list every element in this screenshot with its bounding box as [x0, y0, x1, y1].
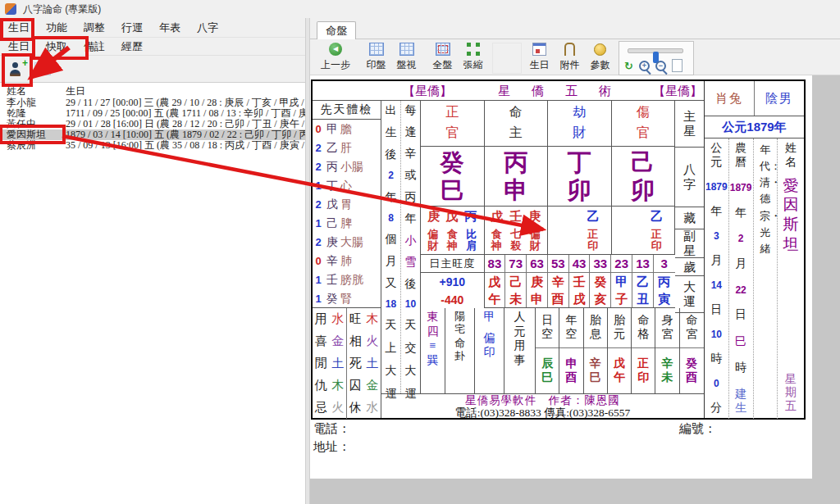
subtab-bar: 生日快取備註經歷 [0, 38, 310, 56]
body-check-organ: 胃 [340, 195, 381, 214]
menu-item[interactable]: 年表 [151, 20, 189, 35]
palace-header: 命格 [632, 308, 655, 348]
menu-item[interactable]: 調整 [75, 20, 113, 35]
luck-ganzhi: 乙 丑 [632, 273, 653, 310]
add-person-icon[interactable]: + [8, 62, 23, 76]
person-row[interactable]: 蔡辰洲 35 / 09 / 13 [16:00] 五 (農 35 / 08 / … [0, 140, 305, 151]
software-contact: 電話:(03)328-8833 傳真:(03)328-6557 [381, 406, 704, 419]
parameters-button[interactable]: 參數 [585, 41, 615, 74]
palace-header: 胎息 [584, 308, 607, 348]
title-bar: 八字論命 (專業版) [0, 0, 840, 18]
date-segment: 時 [734, 361, 746, 375]
menu-item[interactable]: 八字 [189, 20, 226, 35]
date-segment: 日 [710, 303, 723, 317]
zodiac-gender-row: 肖兔 陰男 [705, 81, 804, 116]
print-chart-icon [369, 43, 384, 56]
body-check-count: 2 [313, 157, 324, 176]
person-row[interactable]: 乾隆 1711 / 09 / 25 [00:00] 五 (農 1711 / 08… [0, 108, 305, 119]
date-segment: 2 [738, 233, 744, 244]
left-toolbar: + [0, 56, 310, 82]
pillar-stem: 己 [612, 148, 675, 176]
brand-middle: 星僑五術 [498, 84, 632, 99]
luck-start-char: 出 [385, 104, 397, 117]
element-row: 閒 土 死 土 [313, 352, 381, 375]
subtab-item[interactable]: 備註 [75, 39, 113, 54]
right-tab-strip: 命盤 [310, 18, 840, 39]
person-row[interactable]: 李小龍 29 / 11 / 27 [00:00] 三 (農 29 / 10 / … [0, 98, 305, 108]
software-name: 星僑易學軟件 作者：陳恩國 [381, 394, 704, 406]
luck-start-char: 大 [385, 365, 397, 378]
full-chart-button[interactable]: 全盤 [427, 41, 458, 74]
menu-item[interactable]: 行運 [113, 20, 151, 35]
pillar-column: 劫財 丁 卯 乙 正印 [548, 101, 612, 255]
body-check-count: 2 [313, 138, 324, 157]
birthday-button[interactable]: 生日 [524, 41, 555, 74]
person-row[interactable]: 愛因斯坦 1879 / 03 / 14 [10:00] 五 (農 1879 / … [0, 129, 305, 140]
window-title: 八字論命 (專業版) [23, 2, 101, 16]
date-segment: 月 [710, 254, 723, 268]
sub-stars: 正印 [548, 227, 611, 255]
luck-start-char: 後 [385, 148, 397, 161]
palace-header: 年空 [559, 308, 582, 348]
subtab-item[interactable]: 經歷 [113, 39, 151, 54]
back-button[interactable]: ◀ 上一步 [315, 41, 356, 74]
scale-button[interactable]: 張縮 [458, 41, 488, 74]
window-icon[interactable] [34, 62, 51, 75]
sub-star: 偏財 [529, 229, 541, 253]
refresh-icon[interactable]: ↻ [624, 60, 633, 72]
element-role: 忌 [313, 397, 330, 419]
luck-stem: 己 [505, 274, 526, 291]
luck-age: 53 [548, 255, 568, 273]
tab-chart[interactable]: 命盤 [317, 21, 356, 40]
element-char: 水 [364, 397, 381, 419]
jia-pianyin-column: 甲偏印 [475, 308, 504, 393]
new-page-icon[interactable] [672, 59, 682, 72]
luck-ganzhi: 甲 子 [611, 273, 632, 310]
luck-change-char: 後 [404, 278, 417, 291]
chart-view-button[interactable]: 盤視 [391, 41, 422, 74]
person-birthday: 35 / 09 / 13 [16:00] 五 (農 35 / 08 / 18 :… [66, 140, 305, 151]
app-icon [5, 3, 16, 15]
pillar-ganzhi: 己 卯 [612, 147, 675, 207]
attachment-button[interactable]: 附件 [555, 41, 585, 74]
palace-mini-column: 命格 正印 [632, 308, 655, 393]
attachment-clip-icon [564, 43, 575, 56]
element-row: 用 水 旺 木 [313, 308, 381, 330]
menu-item[interactable]: 生日 [0, 20, 38, 35]
palace-mini-column: 身宮 辛未 [655, 308, 679, 393]
palace-section: 東四≡巽 陽宅命卦 甲偏印 人元用事 日空 辰巳 年空 申酉 胎息 [421, 308, 704, 393]
person-row[interactable]: 黃任中 29 / 01 / 28 [16:00] 日 (農 28 / 12 / … [0, 119, 305, 129]
hidden-stem: 戊 [491, 209, 503, 225]
renyuan-column: 人元用事 [504, 308, 536, 393]
body-check-count: 1 [313, 214, 324, 233]
zoom-out-icon[interactable]: − [655, 61, 666, 71]
sub-star: 比肩 [466, 229, 477, 253]
person-birthday: 1879 / 03 / 14 [10:00] 五 (農 1879 / 02 / … [66, 129, 305, 140]
luck-pillar: 3 丙 寅 [654, 255, 675, 307]
pillar-column: 命主 丙 申 戊壬庚 食神七殺偏財 [485, 101, 549, 255]
zoom-slider[interactable] [628, 48, 683, 53]
number-label: 編號： [679, 421, 716, 437]
subtab-item[interactable]: 生日 [0, 39, 38, 54]
luck-branch: 申 [527, 291, 547, 308]
print-chart-button[interactable]: 印盤 [361, 41, 391, 74]
element-char: 火 [364, 330, 381, 352]
element-state: 旺 [346, 308, 364, 330]
luck-start-char: 8 [388, 213, 394, 225]
zoom-in-icon[interactable]: + [639, 61, 650, 71]
subtab-item[interactable]: 快取 [38, 39, 75, 54]
pillar-branch: 巳 [421, 176, 484, 204]
pillar-stem: 癸 [421, 148, 484, 176]
pillar-star: 命主 [485, 101, 548, 147]
luck-pillar: 73 己 未 [505, 255, 527, 307]
body-check-stem: 壬 [324, 270, 340, 289]
element-row: 忌 火 休 水 [313, 397, 381, 419]
luck-change-char: 逢 [404, 125, 417, 138]
luck-start-char: 又 [385, 277, 397, 290]
body-check-stem: 乙 [324, 138, 340, 157]
luck-start-char: 天 [385, 319, 397, 332]
person-name: 乾隆 [0, 108, 66, 119]
luck-start-char: 個 [385, 233, 397, 246]
menu-item[interactable]: 功能 [38, 20, 75, 35]
palace-mini-column: 命宮 癸酉 [680, 308, 704, 393]
